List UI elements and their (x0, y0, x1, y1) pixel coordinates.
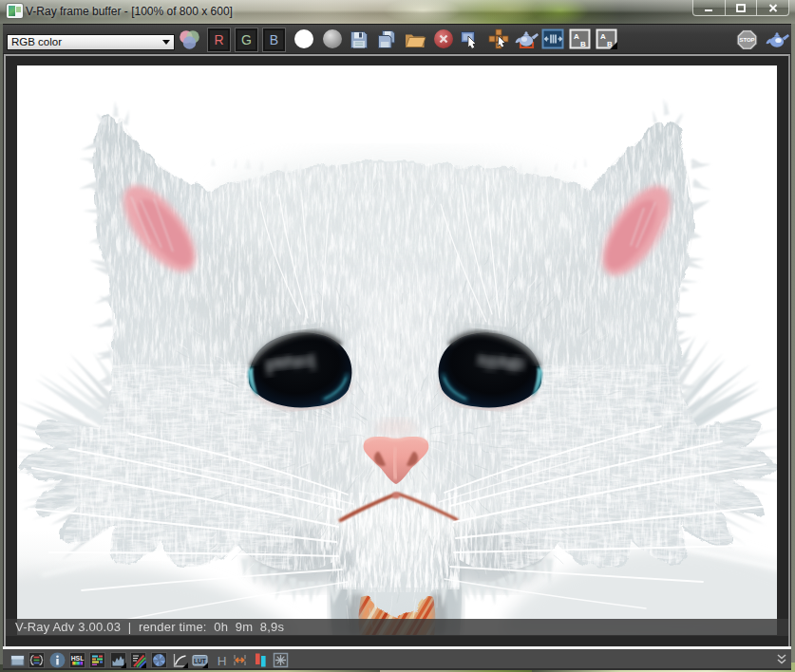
svg-text:LUT: LUT (194, 658, 206, 664)
svg-text:STOP: STOP (739, 37, 754, 43)
svg-text:B: B (607, 40, 613, 48)
svg-text:HSL: HSL (71, 655, 85, 662)
svg-text:A: A (600, 32, 606, 41)
svg-text:B: B (580, 40, 586, 48)
svg-text:A: A (574, 32, 579, 41)
svg-text:H: H (218, 654, 227, 668)
